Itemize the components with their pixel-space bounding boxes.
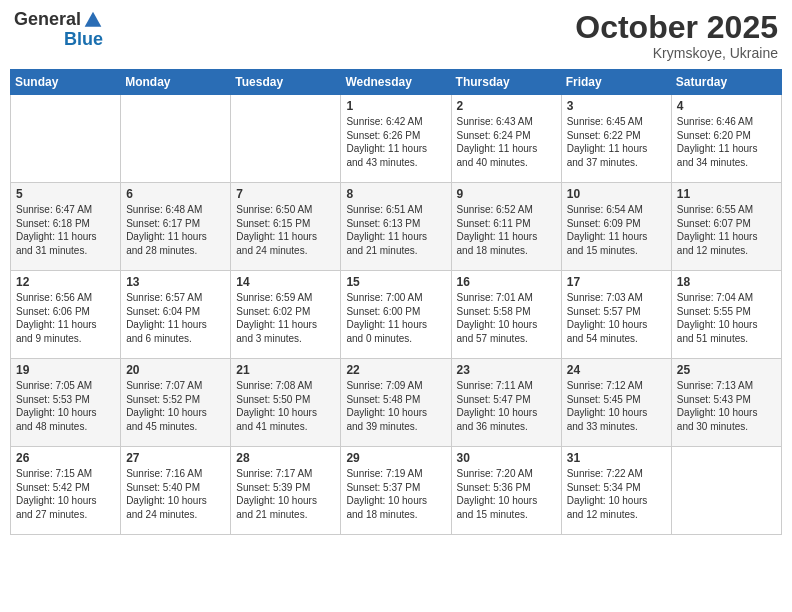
day-info: Sunrise: 6:51 AM Sunset: 6:13 PM Dayligh… — [346, 203, 445, 257]
day-info: Sunrise: 7:00 AM Sunset: 6:00 PM Dayligh… — [346, 291, 445, 345]
day-number: 11 — [677, 187, 776, 201]
day-number: 26 — [16, 451, 115, 465]
calendar-cell: 4Sunrise: 6:46 AM Sunset: 6:20 PM Daylig… — [671, 95, 781, 183]
calendar-cell: 9Sunrise: 6:52 AM Sunset: 6:11 PM Daylig… — [451, 183, 561, 271]
calendar-cell: 17Sunrise: 7:03 AM Sunset: 5:57 PM Dayli… — [561, 271, 671, 359]
day-number: 19 — [16, 363, 115, 377]
calendar-cell: 20Sunrise: 7:07 AM Sunset: 5:52 PM Dayli… — [121, 359, 231, 447]
day-of-week-header: Monday — [121, 70, 231, 95]
location: Krymskoye, Ukraine — [575, 45, 778, 61]
calendar-cell: 14Sunrise: 6:59 AM Sunset: 6:02 PM Dayli… — [231, 271, 341, 359]
calendar-cell: 30Sunrise: 7:20 AM Sunset: 5:36 PM Dayli… — [451, 447, 561, 535]
day-number: 18 — [677, 275, 776, 289]
day-info: Sunrise: 6:56 AM Sunset: 6:06 PM Dayligh… — [16, 291, 115, 345]
calendar-cell: 12Sunrise: 6:56 AM Sunset: 6:06 PM Dayli… — [11, 271, 121, 359]
day-info: Sunrise: 7:11 AM Sunset: 5:47 PM Dayligh… — [457, 379, 556, 433]
calendar-cell: 23Sunrise: 7:11 AM Sunset: 5:47 PM Dayli… — [451, 359, 561, 447]
day-number: 6 — [126, 187, 225, 201]
day-info: Sunrise: 7:20 AM Sunset: 5:36 PM Dayligh… — [457, 467, 556, 521]
calendar-cell: 5Sunrise: 6:47 AM Sunset: 6:18 PM Daylig… — [11, 183, 121, 271]
day-info: Sunrise: 7:12 AM Sunset: 5:45 PM Dayligh… — [567, 379, 666, 433]
day-number: 7 — [236, 187, 335, 201]
calendar-cell: 2Sunrise: 6:43 AM Sunset: 6:24 PM Daylig… — [451, 95, 561, 183]
calendar-cell: 11Sunrise: 6:55 AM Sunset: 6:07 PM Dayli… — [671, 183, 781, 271]
day-info: Sunrise: 7:17 AM Sunset: 5:39 PM Dayligh… — [236, 467, 335, 521]
calendar-cell: 15Sunrise: 7:00 AM Sunset: 6:00 PM Dayli… — [341, 271, 451, 359]
day-info: Sunrise: 7:03 AM Sunset: 5:57 PM Dayligh… — [567, 291, 666, 345]
svg-marker-0 — [85, 12, 102, 27]
day-number: 20 — [126, 363, 225, 377]
day-number: 27 — [126, 451, 225, 465]
day-number: 10 — [567, 187, 666, 201]
day-number: 24 — [567, 363, 666, 377]
day-info: Sunrise: 6:47 AM Sunset: 6:18 PM Dayligh… — [16, 203, 115, 257]
calendar-cell: 7Sunrise: 6:50 AM Sunset: 6:15 PM Daylig… — [231, 183, 341, 271]
calendar-cell: 3Sunrise: 6:45 AM Sunset: 6:22 PM Daylig… — [561, 95, 671, 183]
day-number: 9 — [457, 187, 556, 201]
day-number: 2 — [457, 99, 556, 113]
day-info: Sunrise: 6:57 AM Sunset: 6:04 PM Dayligh… — [126, 291, 225, 345]
day-number: 5 — [16, 187, 115, 201]
day-info: Sunrise: 7:08 AM Sunset: 5:50 PM Dayligh… — [236, 379, 335, 433]
calendar-cell: 26Sunrise: 7:15 AM Sunset: 5:42 PM Dayli… — [11, 447, 121, 535]
calendar-cell: 22Sunrise: 7:09 AM Sunset: 5:48 PM Dayli… — [341, 359, 451, 447]
calendar-cell — [11, 95, 121, 183]
day-of-week-header: Friday — [561, 70, 671, 95]
day-number: 14 — [236, 275, 335, 289]
calendar-cell — [121, 95, 231, 183]
day-number: 25 — [677, 363, 776, 377]
calendar-cell: 29Sunrise: 7:19 AM Sunset: 5:37 PM Dayli… — [341, 447, 451, 535]
calendar-cell: 21Sunrise: 7:08 AM Sunset: 5:50 PM Dayli… — [231, 359, 341, 447]
page-header: General Blue October 2025 Krymskoye, Ukr… — [10, 10, 782, 61]
day-of-week-header: Thursday — [451, 70, 561, 95]
calendar-cell: 24Sunrise: 7:12 AM Sunset: 5:45 PM Dayli… — [561, 359, 671, 447]
day-number: 23 — [457, 363, 556, 377]
calendar-week-row: 1Sunrise: 6:42 AM Sunset: 6:26 PM Daylig… — [11, 95, 782, 183]
calendar-cell — [231, 95, 341, 183]
day-number: 28 — [236, 451, 335, 465]
day-of-week-header: Tuesday — [231, 70, 341, 95]
day-info: Sunrise: 7:13 AM Sunset: 5:43 PM Dayligh… — [677, 379, 776, 433]
day-info: Sunrise: 6:55 AM Sunset: 6:07 PM Dayligh… — [677, 203, 776, 257]
calendar-week-row: 12Sunrise: 6:56 AM Sunset: 6:06 PM Dayli… — [11, 271, 782, 359]
day-info: Sunrise: 6:45 AM Sunset: 6:22 PM Dayligh… — [567, 115, 666, 169]
day-of-week-header: Saturday — [671, 70, 781, 95]
day-number: 22 — [346, 363, 445, 377]
calendar-table: SundayMondayTuesdayWednesdayThursdayFrid… — [10, 69, 782, 535]
title-block: October 2025 Krymskoye, Ukraine — [575, 10, 778, 61]
day-info: Sunrise: 7:05 AM Sunset: 5:53 PM Dayligh… — [16, 379, 115, 433]
day-number: 29 — [346, 451, 445, 465]
calendar-cell: 25Sunrise: 7:13 AM Sunset: 5:43 PM Dayli… — [671, 359, 781, 447]
calendar-cell: 16Sunrise: 7:01 AM Sunset: 5:58 PM Dayli… — [451, 271, 561, 359]
calendar-cell: 6Sunrise: 6:48 AM Sunset: 6:17 PM Daylig… — [121, 183, 231, 271]
day-info: Sunrise: 6:42 AM Sunset: 6:26 PM Dayligh… — [346, 115, 445, 169]
day-info: Sunrise: 7:22 AM Sunset: 5:34 PM Dayligh… — [567, 467, 666, 521]
day-number: 12 — [16, 275, 115, 289]
calendar-cell: 13Sunrise: 6:57 AM Sunset: 6:04 PM Dayli… — [121, 271, 231, 359]
day-number: 8 — [346, 187, 445, 201]
day-number: 3 — [567, 99, 666, 113]
day-info: Sunrise: 6:48 AM Sunset: 6:17 PM Dayligh… — [126, 203, 225, 257]
day-info: Sunrise: 7:16 AM Sunset: 5:40 PM Dayligh… — [126, 467, 225, 521]
calendar-week-row: 5Sunrise: 6:47 AM Sunset: 6:18 PM Daylig… — [11, 183, 782, 271]
calendar-cell: 19Sunrise: 7:05 AM Sunset: 5:53 PM Dayli… — [11, 359, 121, 447]
day-number: 1 — [346, 99, 445, 113]
month-title: October 2025 — [575, 10, 778, 45]
day-of-week-header: Sunday — [11, 70, 121, 95]
calendar-header-row: SundayMondayTuesdayWednesdayThursdayFrid… — [11, 70, 782, 95]
day-info: Sunrise: 7:19 AM Sunset: 5:37 PM Dayligh… — [346, 467, 445, 521]
day-info: Sunrise: 6:59 AM Sunset: 6:02 PM Dayligh… — [236, 291, 335, 345]
day-of-week-header: Wednesday — [341, 70, 451, 95]
day-number: 13 — [126, 275, 225, 289]
calendar-cell: 27Sunrise: 7:16 AM Sunset: 5:40 PM Dayli… — [121, 447, 231, 535]
calendar-cell — [671, 447, 781, 535]
logo: General Blue — [14, 10, 103, 50]
logo-icon — [83, 10, 103, 30]
day-info: Sunrise: 7:01 AM Sunset: 5:58 PM Dayligh… — [457, 291, 556, 345]
day-number: 16 — [457, 275, 556, 289]
day-info: Sunrise: 6:43 AM Sunset: 6:24 PM Dayligh… — [457, 115, 556, 169]
logo-blue: Blue — [64, 30, 103, 50]
calendar-cell: 31Sunrise: 7:22 AM Sunset: 5:34 PM Dayli… — [561, 447, 671, 535]
day-number: 17 — [567, 275, 666, 289]
day-info: Sunrise: 7:07 AM Sunset: 5:52 PM Dayligh… — [126, 379, 225, 433]
